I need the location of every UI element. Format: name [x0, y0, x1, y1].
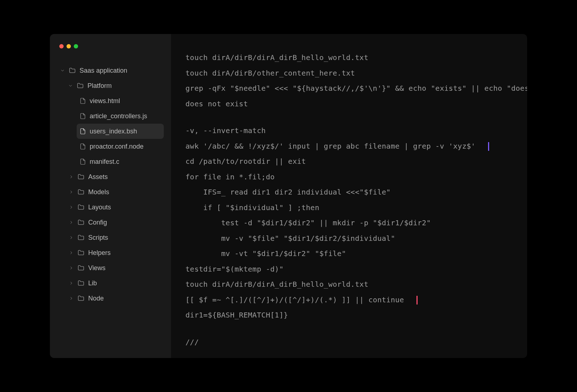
tree-label: Lib [88, 280, 97, 287]
tree-folder-layouts[interactable]: Layouts [66, 200, 164, 215]
tree-label: Node [88, 295, 104, 302]
minimize-window-button[interactable] [67, 44, 71, 48]
tree-file-views[interactable]: views.html [77, 93, 164, 108]
code-line[interactable]: mv -vt "$dir1/$dir2" "$file" [185, 246, 513, 261]
folder-icon [77, 264, 85, 272]
file-icon [80, 128, 86, 135]
code-editor[interactable]: touch dirA/dirB/dirA_dirB_hello_world.tx… [171, 34, 527, 358]
tree-label: article_controllers.js [90, 112, 147, 120]
code-line[interactable]: does not exist [185, 96, 513, 112]
tree-label: Views [88, 264, 106, 272]
collaborator-cursor-red [416, 296, 418, 304]
tree-file-users-index[interactable]: users_index.bsh [77, 124, 164, 139]
tree-folder-node[interactable]: Node [66, 291, 164, 306]
tree-file-article-controllers[interactable]: article_controllers.js [77, 108, 164, 124]
tree-file-proactor[interactable]: proactor.conf.node [77, 139, 164, 154]
folder-icon [69, 67, 76, 74]
tree-label: manifest.c [90, 158, 119, 166]
tree-folder-views[interactable]: Views [66, 260, 164, 276]
tree-label: Saas application [80, 67, 127, 74]
maximize-window-button[interactable] [74, 44, 78, 48]
code-line[interactable]: test -d "$dir1/$dir2" || mkdir -p "$dir1… [185, 215, 513, 231]
tree-label: Layouts [88, 204, 111, 211]
code-line[interactable] [185, 111, 513, 123]
tree-folder-models[interactable]: Models [66, 184, 164, 200]
chevron-right-icon [69, 281, 74, 286]
chevron-right-icon [69, 220, 74, 225]
tree-folder-scripts[interactable]: Scripts [66, 230, 164, 245]
folder-icon [77, 249, 85, 256]
chevron-down-icon [60, 68, 65, 73]
window-controls [59, 44, 164, 48]
code-line[interactable]: mv -v "$file" "$dir1/$dir2/$individual" [185, 231, 513, 246]
tree-label: users_index.bsh [90, 128, 137, 135]
chevron-right-icon [69, 296, 74, 301]
chevron-right-icon [69, 265, 74, 270]
code-line[interactable]: dir1=${BASH_REMATCH[1]} [185, 307, 513, 323]
chevron-right-icon [69, 250, 74, 255]
code-line[interactable]: grep -qFx "$needle" <<< "${haystack//,/$… [185, 81, 513, 96]
chevron-right-icon [69, 174, 74, 179]
folder-icon [77, 295, 85, 302]
tree-label: Assets [88, 173, 108, 181]
chevron-down-icon [68, 83, 73, 88]
code-line[interactable]: IFS=_ read dir1 dir2 individual <<<"$fil… [185, 184, 513, 200]
folder-icon [77, 219, 85, 226]
code-content[interactable]: touch dirA/dirB/dirA_dirB_hello_world.tx… [185, 50, 513, 350]
file-icon [80, 143, 86, 150]
code-line[interactable]: touch dirA/dirB/other_content_here.txt [185, 65, 513, 81]
tree-label: proactor.conf.node [90, 143, 144, 150]
tree-folder-root[interactable]: Saas application [57, 63, 164, 78]
tree-label: Config [88, 219, 107, 226]
tree-folder-lib[interactable]: Lib [66, 276, 164, 291]
tree-label: Models [88, 188, 109, 196]
folder-icon [77, 82, 84, 89]
folder-icon [77, 234, 85, 241]
tree-label: Helpers [88, 249, 111, 257]
file-icon [80, 113, 86, 119]
sidebar: Saas application Platform views.html [50, 34, 171, 358]
code-line[interactable]: awk '/abc/ && !/xyz$/' input | grep abc … [185, 139, 513, 154]
tree-file-manifest[interactable]: manifest.c [77, 154, 164, 169]
chevron-right-icon [69, 235, 74, 240]
chevron-right-icon [69, 189, 74, 195]
code-line[interactable]: [[ $f =~ ^[.]/([^/]+)/([^/]+)/(.*) ]] ||… [185, 292, 513, 308]
code-line[interactable] [185, 323, 513, 335]
chevron-right-icon [69, 205, 74, 210]
tree-folder-platform[interactable]: Platform [65, 78, 164, 93]
file-icon [80, 98, 86, 104]
code-line[interactable]: testdir="$(mktemp -d)" [185, 261, 513, 277]
folder-icon [77, 173, 85, 180]
tree-label: Platform [87, 82, 112, 90]
code-line[interactable]: cd /path/to/rootdir || exit [185, 154, 513, 169]
editor-window: Saas application Platform views.html [50, 34, 527, 358]
file-tree: Saas application Platform views.html [57, 63, 164, 306]
tree-label: views.html [90, 97, 120, 105]
code-line[interactable]: touch dirA/dirB/dirA_dirB_hello_world.tx… [185, 277, 513, 292]
folder-icon [77, 280, 85, 287]
tree-folder-helpers[interactable]: Helpers [66, 245, 164, 260]
folder-icon [77, 204, 85, 211]
code-line[interactable]: -v, --invert-match [185, 123, 513, 139]
tree-label: Scripts [88, 234, 108, 242]
code-line[interactable]: touch dirA/dirB/dirA_dirB_hello_world.tx… [185, 50, 513, 65]
code-line[interactable]: /// [185, 335, 513, 350]
code-line[interactable]: if [ "$individual" ] ;then [185, 200, 513, 216]
file-icon [80, 158, 86, 165]
folder-icon [77, 188, 85, 196]
tree-folder-config[interactable]: Config [66, 215, 164, 230]
close-window-button[interactable] [59, 44, 64, 48]
code-line[interactable]: for file in *.fil;do [185, 169, 513, 185]
collaborator-cursor-purple [488, 142, 489, 151]
tree-folder-assets[interactable]: Assets [66, 169, 164, 184]
